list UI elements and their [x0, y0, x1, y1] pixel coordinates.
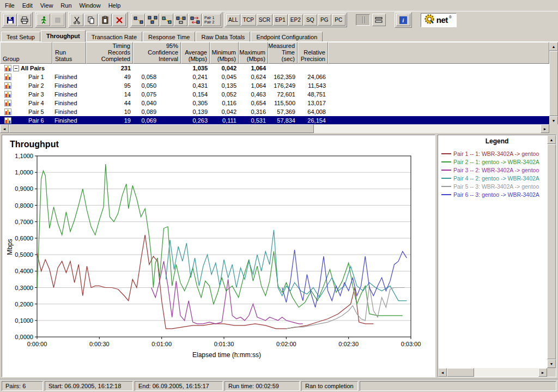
- table-row-pair-5[interactable]: Pair 5Finished100,0890,1390,0420,31657,3…: [0, 107, 558, 116]
- print-button[interactable]: [17, 14, 31, 26]
- scroll-thumb-horizontal[interactable]: [9, 124, 314, 133]
- column-header-relative-precision[interactable]: RelativePrecision: [298, 42, 328, 64]
- column-header-95-confidence-interval[interactable]: 95% ConfidenceInterval: [133, 42, 181, 64]
- tab-transaction-rate[interactable]: Transaction Rate: [86, 32, 142, 42]
- tab-raw-data-totals[interactable]: Raw Data Totals: [196, 32, 250, 42]
- brand-registered-mark: ®: [449, 15, 452, 19]
- column-header-average-mbps[interactable]: Average(Mbps): [181, 42, 210, 64]
- swap-pair-button[interactable]: [188, 14, 202, 26]
- table-row-pair-1[interactable]: Pair 1Finished490,0580,2410,0450,624162,…: [0, 73, 558, 81]
- chart-pane: Throughput Mbps 0,00000,10000,20000,3000…: [2, 135, 435, 377]
- filter-pc-button[interactable]: PC: [332, 14, 345, 26]
- delete-button[interactable]: [112, 14, 126, 26]
- menu-help[interactable]: Help: [105, 1, 125, 10]
- cell-relative-precision: 64,008: [298, 107, 328, 116]
- add-group-button[interactable]: [145, 14, 159, 26]
- svg-text:0:03:00: 0:03:00: [401, 341, 421, 347]
- scroll-thumb[interactable]: [549, 51, 558, 116]
- pair-chart-icon: [4, 100, 11, 106]
- legend-entry-pair-5[interactable]: Pair 5 -- 3: WBR-3402A -> gentoo: [441, 182, 545, 190]
- filter-scr-button[interactable]: SCR: [257, 14, 272, 26]
- column-header-maximum-mbps[interactable]: Maximum(Mbps): [239, 42, 268, 64]
- save-icon: [6, 16, 15, 25]
- column-header-minimum-mbps[interactable]: Minimum(Mbps): [210, 42, 239, 64]
- split-icon: [375, 16, 383, 24]
- legend-scroll-thumb-horizontal[interactable]: [447, 368, 474, 377]
- run-button[interactable]: [37, 14, 50, 26]
- legend-entry-pair-4[interactable]: Pair 4 -- 2: gentoo -> WBR-3402A: [441, 174, 545, 182]
- table-row-all-pairs[interactable]: All Pairs2311,0350,0421,064: [0, 64, 558, 73]
- paste-button[interactable]: [98, 14, 112, 26]
- filter-sq-button[interactable]: SQ: [304, 14, 317, 26]
- results-table: GroupRun StatusTiming RecordsCompleted95…: [0, 41, 558, 133]
- column-header-run-status[interactable]: Run Status: [52, 42, 86, 64]
- filter-tcp-button[interactable]: TCP: [241, 14, 256, 26]
- svg-text:0:02:00: 0:02:00: [276, 341, 296, 347]
- cell-group: All Pairs: [0, 64, 52, 73]
- filter-ep1-button[interactable]: EP1: [273, 14, 288, 26]
- scroll-track[interactable]: [314, 124, 541, 133]
- cell-measured-time: 115,500: [268, 99, 298, 107]
- filter-ep2-button[interactable]: EP2: [288, 14, 303, 26]
- cell-group: Pair 6: [0, 116, 52, 125]
- legend-scroll-track[interactable]: [474, 368, 538, 377]
- svg-text:0,3000: 0,3000: [15, 285, 33, 291]
- column-header-group[interactable]: Group: [0, 42, 52, 64]
- legend-entry-pair-1[interactable]: Pair 1 -- 1: WBR-3402A -> gentoo: [441, 149, 545, 158]
- table-horizontal-scrollbar[interactable]: ◄ ►: [0, 124, 549, 133]
- table-row-pair-2[interactable]: Pair 2Finished950,0500,4310,1351,064176,…: [0, 81, 558, 90]
- legend-horizontal-scrollbar[interactable]: ◄ ►: [438, 368, 547, 377]
- group-label: Pair 2: [28, 81, 44, 90]
- column-header-timing-records-completed[interactable]: Timing RecordsCompleted: [86, 42, 133, 64]
- scroll-left-button[interactable]: ◄: [0, 124, 9, 133]
- add-pair-button[interactable]: [131, 14, 145, 26]
- menu-window[interactable]: Window: [76, 1, 105, 10]
- toolbar-group-filters: ALLTCPSCREP1EP2SQPGPC: [225, 13, 347, 27]
- info-button[interactable]: i: [396, 14, 410, 26]
- status-completion: Ran to completion: [301, 381, 358, 391]
- table-vertical-scrollbar[interactable]: ▲ ▼: [549, 42, 558, 125]
- connect-pair-button[interactable]: [174, 14, 187, 26]
- copy-button[interactable]: [84, 14, 98, 26]
- window-split-button[interactable]: [372, 14, 386, 26]
- pair-chart-icon: [4, 108, 11, 115]
- tab-throughput[interactable]: Throughput: [41, 30, 86, 42]
- column-header-measured-time-sec[interactable]: MeasuredTime (sec): [268, 42, 298, 64]
- legend-entry-pair-6[interactable]: Pair 6 -- 3: gentoo -> WBR-3402A: [441, 190, 545, 198]
- cell-relative-precision: 13,017: [298, 99, 328, 107]
- toolbar-group-help: i: [395, 12, 412, 28]
- table-row-pair-4[interactable]: Pair 4Finished440,0400,3050,1160,654115,…: [0, 99, 558, 107]
- collapse-toggle-icon[interactable]: [13, 65, 19, 71]
- tab-test-setup[interactable]: Test Setup: [1, 32, 40, 42]
- menu-run[interactable]: Run: [57, 1, 75, 10]
- scroll-down-button[interactable]: ▼: [549, 116, 558, 125]
- tab-response-time[interactable]: Response Time: [143, 32, 195, 42]
- filter-pg-button[interactable]: PG: [318, 14, 331, 26]
- cell-average: 0,139: [181, 107, 210, 116]
- legend-scroll-down-button[interactable]: ▼: [547, 359, 556, 368]
- menu-edit[interactable]: Edit: [19, 1, 37, 10]
- legend-vertical-scrollbar[interactable]: ▲ ▼: [547, 135, 556, 368]
- save-button[interactable]: [3, 14, 17, 26]
- cut-button[interactable]: [70, 14, 83, 26]
- legend-entry-pair-3[interactable]: Pair 3 -- 2: WBR-3402A -> gentoo: [441, 166, 545, 174]
- legend-scroll-left-button[interactable]: ◄: [438, 368, 447, 377]
- tab-endpoint-configuration[interactable]: Endpoint Configuration: [251, 32, 323, 42]
- menu-file[interactable]: File: [1, 1, 19, 10]
- legend-scroll-thumb[interactable]: [547, 144, 556, 359]
- menu-view[interactable]: View: [37, 1, 57, 10]
- group-label: Pair 4: [28, 99, 44, 107]
- scroll-right-button[interactable]: ►: [541, 124, 549, 133]
- table-row-pair-3[interactable]: Pair 3Finished140,0750,1540,0520,46372,6…: [0, 90, 558, 99]
- scroll-up-button[interactable]: ▲: [549, 42, 558, 51]
- pair-selector-button[interactable]: Pair 1 Pair 2: [202, 14, 221, 26]
- scrollbar-corner: [549, 124, 558, 133]
- legend-entry-pair-2[interactable]: Pair 2 -- 1: gentoo -> WBR-3402A: [441, 158, 545, 166]
- edit-pair-button[interactable]: [160, 14, 173, 26]
- svg-text:0,1000: 0,1000: [15, 317, 33, 324]
- table-row-pair-6[interactable]: Pair 6Finished190,0690,2630,1110,53157,8…: [0, 116, 558, 125]
- legend-scroll-up-button[interactable]: ▲: [547, 135, 556, 144]
- toolbar-grip-control[interactable]: [356, 14, 370, 26]
- filter-all-button[interactable]: ALL: [226, 14, 240, 26]
- legend-scroll-right-button[interactable]: ►: [538, 368, 547, 377]
